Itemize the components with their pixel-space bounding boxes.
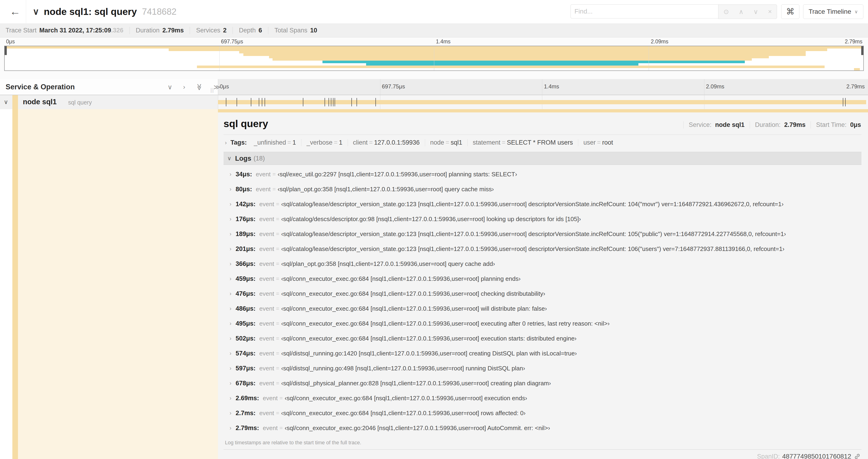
expand-log-icon[interactable]: › xyxy=(229,246,231,252)
gridline xyxy=(380,79,380,95)
collapse-logs-icon[interactable]: ∨ xyxy=(227,155,231,162)
log-row[interactable]: › 678μs: event = ‹sql/distsql_physical_p… xyxy=(223,376,862,391)
expand-tags-icon[interactable]: › xyxy=(225,140,227,146)
expand-log-icon[interactable]: › xyxy=(229,201,231,207)
expand-log-icon[interactable]: › xyxy=(229,305,231,312)
log-field-key: event xyxy=(263,395,278,402)
log-row[interactable]: › 2.79ms: event = ‹sql/conn_executor_exe… xyxy=(223,421,862,435)
meta-value: 0μs xyxy=(850,121,861,128)
log-row[interactable]: › 2.69ms: event = ‹sql/conn_executor_exe… xyxy=(223,391,862,405)
expand-log-icon[interactable]: › xyxy=(229,171,231,177)
tag-item: _unfinished=1 xyxy=(249,139,301,146)
expand-log-icon[interactable]: › xyxy=(229,321,231,327)
trace-view-selector[interactable]: Trace Timeline ∨ xyxy=(803,4,863,19)
equals-sign: = xyxy=(276,335,279,342)
log-row[interactable]: › 142μs: event = ‹sql/catalog/lease/desc… xyxy=(223,197,862,211)
log-row[interactable]: › 486μs: event = ‹sql/conn_executor_exec… xyxy=(223,301,862,316)
expand-log-icon[interactable]: › xyxy=(229,425,231,431)
log-tick-mark xyxy=(237,98,237,106)
log-marks-layer xyxy=(218,98,866,106)
log-row[interactable]: › 2.7ms: event = ‹sql/conn_executor_exec… xyxy=(223,405,862,421)
span-row[interactable]: ∨ node sql1 sql query xyxy=(0,95,868,109)
log-timestamp: 366μs: xyxy=(236,260,256,267)
minimap-span-bar xyxy=(169,48,828,51)
log-tick-mark xyxy=(251,98,251,106)
find-input[interactable] xyxy=(570,4,718,19)
expand-log-icon[interactable]: › xyxy=(229,335,231,342)
expand-log-icon[interactable]: › xyxy=(229,350,231,357)
log-field-value: ‹sql/catalog/lease/descriptor_version_st… xyxy=(281,201,783,208)
minimap-span-bar xyxy=(243,54,806,56)
equals-sign: = xyxy=(280,395,283,401)
minimap-left-scrubber[interactable] xyxy=(5,46,7,55)
service-operation-header: Service & Operation xyxy=(6,83,75,91)
expand-log-icon[interactable]: › xyxy=(229,380,231,387)
expand-log-icon[interactable]: › xyxy=(229,216,231,222)
expand-log-icon[interactable]: › xyxy=(229,261,231,267)
collapse-one-icon[interactable]: ∨ xyxy=(167,83,173,91)
collapse-all-icon[interactable]: ≫ xyxy=(195,84,203,91)
log-row[interactable]: › 34μs: event = ‹sql/exec_util.go:2297 [… xyxy=(223,167,862,182)
log-row[interactable]: › 476μs: event = ‹sql/conn_executor_exec… xyxy=(223,286,862,301)
expand-log-icon[interactable]: › xyxy=(229,365,231,371)
log-row[interactable]: › 502μs: event = ‹sql/conn_executor_exec… xyxy=(223,331,862,346)
column-resize-grip[interactable]: || xyxy=(211,87,214,93)
log-row[interactable]: › 366μs: event = ‹sql/plan_opt.go:358 [n… xyxy=(223,256,862,271)
logs-header[interactable]: ∨ Logs (18) xyxy=(223,152,862,165)
back-button[interactable]: ← xyxy=(7,3,23,20)
tag-key: _unfinished xyxy=(254,139,286,146)
collapse-trace-icon[interactable]: ∨ xyxy=(33,6,39,17)
timeline-minimap: 0μs 697.75μs 1.4ms 2.09ms 2.79ms xyxy=(0,38,868,79)
span-detail-panel: sql query Service: node sql1 Duration: 2… xyxy=(218,112,868,459)
match-locate-icon[interactable]: ⊙ xyxy=(723,8,729,15)
tag-key: _verbose xyxy=(307,139,333,146)
log-row[interactable]: › 201μs: event = ‹sql/catalog/lease/desc… xyxy=(223,241,862,256)
log-row[interactable]: › 459μs: event = ‹sql/conn_executor_exec… xyxy=(223,271,862,286)
log-timestamp: 176μs: xyxy=(236,216,256,223)
equals-sign: = xyxy=(276,216,279,222)
deep-link-icon[interactable] xyxy=(854,453,861,459)
tags-row[interactable]: › Tags: _unfinished=1 _verbose=1 c xyxy=(223,139,862,146)
expand-log-icon[interactable]: › xyxy=(229,291,231,297)
log-field-key: event xyxy=(256,186,271,193)
log-row[interactable]: › 597μs: event = ‹sql/distsql_running.go… xyxy=(223,361,862,376)
log-timestamp: 2.79ms: xyxy=(236,424,259,432)
stat-value: 6 xyxy=(258,27,262,34)
log-timestamp: 502μs: xyxy=(236,335,256,342)
log-tick-mark xyxy=(324,98,325,106)
service-color-bar xyxy=(12,95,18,109)
next-result-icon[interactable]: ∨ xyxy=(753,8,758,15)
log-row[interactable]: › 189μs: event = ‹sql/catalog/lease/desc… xyxy=(223,226,862,241)
expand-log-icon[interactable]: › xyxy=(229,231,231,237)
log-field-key: event xyxy=(259,260,274,267)
tag-value: sql1 xyxy=(451,139,462,146)
expand-log-icon[interactable]: › xyxy=(229,276,231,282)
stat-label: Services xyxy=(196,27,220,34)
span-id-value: 4877749850101760812 xyxy=(782,453,851,459)
minimap-right-scrubber[interactable] xyxy=(861,46,863,55)
equals-sign: = xyxy=(286,139,292,146)
log-row[interactable]: › 176μs: event = ‹sql/catalog/descs/desc… xyxy=(223,211,862,226)
expand-one-icon[interactable]: › xyxy=(183,83,185,91)
expand-log-icon[interactable]: › xyxy=(229,395,231,401)
collapse-children-icon[interactable]: ∨ xyxy=(4,98,8,106)
expand-log-icon[interactable]: › xyxy=(229,186,231,192)
log-field-value: ‹sql/plan_opt.go:358 [nsql1,client=127.0… xyxy=(281,260,495,267)
log-row[interactable]: › 80μs: event = ‹sql/plan_opt.go:358 [ns… xyxy=(223,182,862,197)
equals-sign: = xyxy=(276,410,279,416)
tick-label: 0μs xyxy=(220,83,229,90)
expand-log-icon[interactable]: › xyxy=(229,410,231,416)
equals-sign: = xyxy=(276,380,279,387)
prev-result-icon[interactable]: ∧ xyxy=(739,8,744,15)
clear-search-icon[interactable]: × xyxy=(768,8,772,15)
minimap-tick-labels: 0μs 697.75μs 1.4ms 2.09ms 2.79ms xyxy=(4,38,864,46)
equals-sign: = xyxy=(500,139,507,146)
log-row[interactable]: › 495μs: event = ‹sql/conn_executor_exec… xyxy=(223,316,862,331)
tag-key: client xyxy=(353,139,368,146)
minimap-canvas[interactable] xyxy=(4,46,864,71)
keyboard-shortcuts-button[interactable]: ⌘ xyxy=(781,4,799,19)
log-timestamp: 201μs: xyxy=(236,245,256,253)
log-row[interactable]: › 574μs: event = ‹sql/distsql_running.go… xyxy=(223,346,862,361)
trace-stat: Trace Start March 31 2022, 17:25:09 .326 xyxy=(6,27,130,34)
log-field-value: ‹sql/conn_executor_exec.go:684 [nsql1,cl… xyxy=(281,290,545,297)
